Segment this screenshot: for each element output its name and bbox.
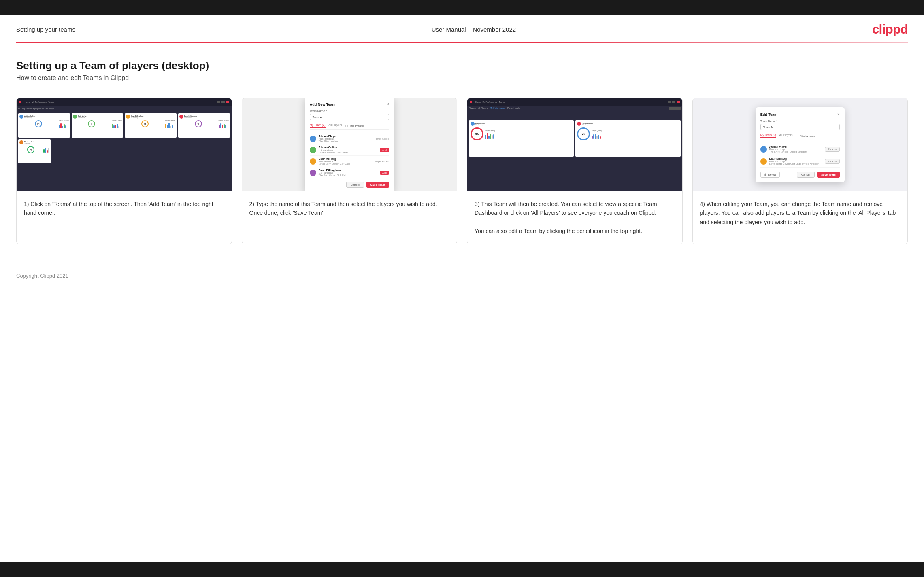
player-row-3: Blair McHarg Plus HandicapRoyal North De…	[310, 156, 389, 167]
page-subtitle: How to create and edit Teams in Clippd	[16, 74, 908, 82]
modal-title: Add New Team	[310, 102, 336, 106]
add-team-modal: Add New Team × Team Name * Team A My Tea…	[305, 98, 394, 191]
filter-by-name[interactable]: Filter by name	[345, 123, 364, 128]
add-player-button-2[interactable]: Add	[380, 171, 389, 175]
edit-save-team-button[interactable]: Save Team	[817, 172, 840, 178]
cancel-button[interactable]: Cancel	[346, 182, 364, 188]
modal-footer: Cancel Save Team	[310, 182, 389, 188]
top-bar	[0, 0, 924, 15]
card-4: Edit Team × Team Name * Team A My Team (…	[692, 98, 908, 244]
cards-grid: Home My Performance Teams Finding 4 out …	[16, 98, 908, 244]
edit-tab-all-players[interactable]: All Players	[779, 134, 793, 138]
card-3-text: 3) This Team will then be created. You c…	[467, 191, 682, 244]
card-1-screenshot: Home My Performance Teams Finding 4 out …	[17, 98, 232, 191]
remove-player-button-2[interactable]: Remove	[825, 159, 839, 164]
bottom-bar	[0, 562, 924, 577]
player-row-2: Adrian Coliba 1.5 HandicapCentral London…	[310, 144, 389, 156]
card-1-text: 1) Click on 'Teams' at the top of the sc…	[17, 191, 232, 244]
copyright-text: Copyright Clippd 2021	[16, 273, 68, 279]
edit-modal-close-icon[interactable]: ×	[837, 112, 840, 117]
remove-player-button-1[interactable]: Remove	[825, 147, 839, 152]
edit-tab-my-team[interactable]: My Team (2)	[760, 134, 776, 138]
edit-cancel-button[interactable]: Cancel	[797, 172, 815, 178]
card-2: Add New Team × Team Name * Team A My Tea…	[242, 98, 458, 244]
player-added-label-2: Player Added	[375, 160, 389, 163]
add-player-button[interactable]: Add	[380, 148, 389, 152]
header: Setting up your teams User Manual – Nove…	[0, 15, 924, 42]
edit-modal-footer: 🗑 Delete Cancel Save Team	[760, 172, 840, 178]
edit-team-name-input[interactable]: Team A	[760, 124, 840, 130]
player-added-label: Player Added	[375, 138, 389, 140]
modal-tabs: My Team (2) All Players Filter by name	[310, 123, 389, 130]
footer: Copyright Clippd 2021	[0, 269, 924, 287]
card-3-screenshot: Home My Performance Teams Players All Pl…	[467, 98, 682, 191]
card-1: Home My Performance Teams Finding 4 out …	[16, 98, 232, 244]
card-4-text: 4) When editing your Team, you can chang…	[693, 191, 908, 244]
player-row-4: Dave Billingham 1.5 HandicapThe Gog Mago…	[310, 167, 389, 178]
card-3: Home My Performance Teams Players All Pl…	[467, 98, 683, 244]
trash-icon: 🗑	[764, 173, 767, 176]
page-title: Setting up a Team of players (desktop)	[16, 59, 908, 72]
edit-filter-by-name[interactable]: Filter by name	[796, 134, 815, 138]
team-name-label: Team Name *	[310, 110, 389, 112]
edit-player-list: Adrian Player Plus HandicapThe Shire Lon…	[760, 143, 840, 168]
team-name-input[interactable]: Team A	[310, 114, 389, 120]
edit-team-modal: Edit Team × Team Name * Team A My Team (…	[756, 107, 845, 182]
save-team-button[interactable]: Save Team	[366, 182, 389, 188]
card-2-screenshot: Add New Team × Team Name * Team A My Tea…	[242, 98, 457, 191]
card-2-text: 2) Type the name of this Team and then s…	[242, 191, 457, 244]
header-center-text: User Manual – November 2022	[432, 26, 516, 33]
player-list: Adrian Player Plus HandicapThe Shire Lon…	[310, 133, 389, 178]
tab-my-team[interactable]: My Team (2)	[310, 123, 326, 128]
header-left-text: Setting up your teams	[16, 26, 75, 33]
tab-all-players[interactable]: All Players	[329, 123, 342, 128]
card-4-screenshot: Edit Team × Team Name * Team A My Team (…	[693, 98, 908, 191]
edit-modal-tabs: My Team (2) All Players Filter by name	[760, 134, 840, 140]
delete-team-button[interactable]: 🗑 Delete	[760, 172, 780, 178]
edit-player-row-1: Adrian Player Plus HandicapThe Shire Lon…	[760, 143, 840, 155]
edit-modal-title: Edit Team	[760, 112, 777, 117]
logo: clippd	[872, 22, 908, 37]
edit-team-name-label: Team Name *	[760, 120, 840, 123]
modal-close-icon[interactable]: ×	[387, 102, 389, 106]
edit-player-row-2: Blair McHarg Plus HandicapRoyal North De…	[760, 155, 840, 168]
player-row-1: Adrian Player Plus HandicapThe Shire Lon…	[310, 133, 389, 144]
page-content: Setting up a Team of players (desktop) H…	[0, 43, 924, 269]
